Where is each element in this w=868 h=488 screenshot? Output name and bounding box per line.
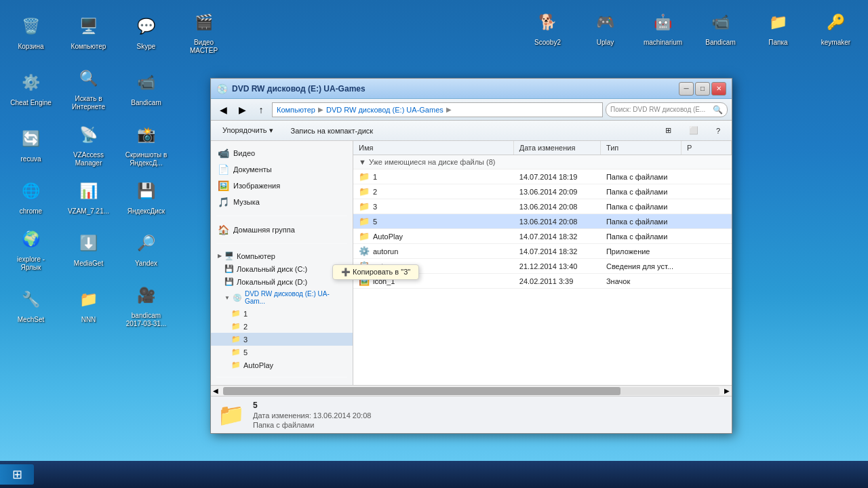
view-button[interactable]: ⊞ [659, 124, 677, 137]
file-row-3[interactable]: 📁3 13.06.2014 20:08 Папка с файлами [353, 199, 732, 214]
sidebar-item-documents[interactable]: 📄 Документы [211, 161, 353, 178]
desktop-icon-kompyuter[interactable]: 🖥️ Компьютер [63, 5, 114, 58]
homegroup-icon: 🏠 [218, 224, 229, 235]
desktop-icon-search[interactable]: 🔍 Искать в Интернете [63, 62, 114, 115]
desktop-icon-vzam[interactable]: 📊 VZAM_7.21... [63, 174, 114, 219]
desktop-icon-recuva[interactable]: 🔄 recuva [5, 118, 56, 171]
preview-button[interactable]: ⬜ [683, 124, 705, 137]
papka-icon: 📁 [765, 9, 792, 36]
desktop-icon-yandex[interactable]: 🔎 Yandex [121, 222, 172, 275]
col-header-name[interactable]: Имя [353, 141, 514, 155]
sidebar-item-homegroup[interactable]: 🏠 Домашняя группа [211, 222, 353, 238]
desktop-icon-skrinshooty[interactable]: 📸 Скриншоты в ЯндексД... [121, 118, 172, 171]
group-arrow: ▼ [359, 158, 366, 166]
home-group-section: 🏠 Домашняя группа [211, 218, 353, 242]
breadcrumb-dvd[interactable]: DVD RW дисковод (E:) UA-Games [326, 106, 443, 114]
desktop-icon-nnn[interactable]: 📁 NNN [63, 279, 114, 331]
sidebar-item-images[interactable]: 🖼️ Изображения [211, 178, 353, 194]
desktop-icon-video-master[interactable]: 🎬 Видео МАСТЕР [178, 5, 229, 58]
col-header-type[interactable]: Тип [601, 141, 682, 155]
sidebar-drive-e[interactable]: ▼ 💿 DVD RW дисковод (E:) UA-Gam... [211, 288, 353, 307]
help-button[interactable]: ? [710, 125, 726, 137]
desktop: 🗑️ Корзина 🖥️ Компьютер 💬 Skype 🎬 Видео … [0, 0, 868, 488]
autorun-app-icon: ⚙️ [359, 246, 370, 256]
sidebar-folder-5[interactable]: 📁 5 [211, 346, 353, 359]
sidebar-item-music[interactable]: 🎵 Музыка [211, 194, 353, 210]
h-scrollbar[interactable] [223, 387, 719, 395]
file-row-2[interactable]: 📁2 13.06.2014 20:09 Папка с файлами [353, 184, 732, 199]
file-row-1[interactable]: 📁1 14.07.2014 18:19 Папка с файлами [353, 169, 732, 184]
col-header-size[interactable]: Р [682, 141, 732, 155]
toolbar: Упорядочить ▾ Запись на компакт-диск ⊞ ⬜… [211, 121, 732, 141]
desktop-icon-vzaccess[interactable]: 📡 VZAccess Manager [63, 118, 114, 171]
desktop-icon-papka[interactable]: 📁 Папка [753, 5, 804, 50]
desktop-icon-iexplore[interactable]: 🌍 iexplore - Ярлык [5, 222, 56, 275]
sidebar-folder-2[interactable]: 📁 2 [211, 320, 353, 333]
sidebar-folder-1[interactable]: 📁 1 [211, 307, 353, 320]
folder-2-icon: 📁 [231, 322, 241, 331]
desktop-icon-mediaget[interactable]: ⬇️ MediaGet [63, 222, 114, 275]
forward-button[interactable]: ▶ [234, 102, 250, 117]
vzam-icon: 📊 [75, 178, 102, 205]
copy-tooltip-label: ➕ Копировать в "3" [341, 268, 410, 277]
chrome-label: chrome [20, 207, 42, 216]
up-button[interactable]: ↑ [253, 102, 269, 117]
breadcrumb-bar[interactable]: Компьютер ▶ DVD RW дисковод (E:) UA-Game… [272, 102, 603, 117]
scroll-right-btn[interactable]: ▶ [722, 387, 732, 394]
burn-button[interactable]: Запись на компакт-диск [285, 125, 380, 137]
sidebar-drive-c[interactable]: 💾 Локальный диск (C:) [211, 262, 353, 275]
title-bar: 💿 DVD RW дисковод (E:) UA-Games ─ □ ✕ [211, 79, 732, 99]
desktop-icon-korzina[interactable]: 🗑️ Корзина [5, 5, 56, 58]
bandicam2-icon: 📹 [133, 69, 160, 96]
minimize-button[interactable]: ─ [679, 82, 694, 96]
desktop-icon-bandicam2[interactable]: 📹 Bandicam [121, 62, 172, 115]
scroll-left-btn[interactable]: ◀ [211, 387, 220, 394]
video-master-label: Видео МАСТЕР [182, 39, 226, 55]
start-button[interactable]: ⊞ [0, 464, 34, 485]
desktop-icon-scooby2[interactable]: 🐕 Scooby2 [522, 5, 573, 50]
file-row-autoplay[interactable]: 📁AutoPlay 14.07.2014 18:32 Папка с файла… [353, 229, 732, 244]
desktop-icon-chrome[interactable]: 🌐 chrome [5, 174, 56, 219]
col-header-date[interactable]: Дата изменения [514, 141, 601, 155]
sidebar-folder-3[interactable]: 📁 3 [211, 333, 353, 346]
search-placeholder: Поиск: DVD RW дисковод (E... [610, 106, 713, 113]
search-icon[interactable]: 🔍 [713, 105, 723, 115]
iexplore-icon: 🌍 [18, 226, 45, 253]
copy-tooltip[interactable]: ➕ Копировать в "3" [332, 264, 419, 280]
desktop-icon-yandexdisk[interactable]: 💾 ЯндексДиск [121, 174, 172, 219]
back-button[interactable]: ◀ [215, 102, 231, 117]
sidebar-folder-autoplay[interactable]: 📁 AutoPlay [211, 359, 353, 371]
maximize-button[interactable]: □ [695, 82, 710, 96]
status-info: 5 Дата изменения: 13.06.2014 20:08 Папка… [253, 401, 371, 429]
close-button[interactable]: ✕ [711, 82, 726, 96]
cheat-engine-label: Cheat Engine [10, 99, 52, 107]
video-icon: 📹 [218, 148, 229, 159]
computer-icon: 🖥️ [224, 251, 234, 260]
desktop-icon-skype[interactable]: 💬 Skype [121, 5, 172, 58]
sidebar-computer[interactable]: ▶ 🖥️ Компьютер [211, 249, 353, 262]
desktop-icon-uplay[interactable]: 🎮 Uplay [580, 5, 631, 50]
desktop-icon-bandicam-top[interactable]: 📹 Bandicam [695, 5, 746, 50]
desktop-icon-bandicam3[interactable]: 🎥 bandicam 2017-03-31... [121, 279, 172, 331]
sidebar: 📹 Видео 📄 Документы 🖼️ Изображения 🎵 Муз… [211, 141, 353, 385]
uplay-icon: 🎮 [592, 9, 619, 36]
breadcrumb-kompyuter[interactable]: Компьютер [277, 106, 315, 114]
sidebar-sep1 [216, 216, 347, 216]
kompyuter-icon: 🖥️ [75, 13, 102, 40]
breadcrumb-sep1: ▶ [318, 106, 323, 113]
desktop-icon-mechset[interactable]: 🔧 MechSet [5, 279, 56, 331]
sidebar-drive-d[interactable]: 💾 Локальный диск (D:) [211, 275, 353, 288]
file-row-5[interactable]: 📁5 13.06.2014 20:08 Папка с файлами [353, 214, 732, 229]
file-row-autorun-app[interactable]: ⚙️autorun 14.07.2014 18:32 Приложение [353, 244, 732, 259]
yandex-icon: 🔎 [133, 230, 160, 257]
sidebar-item-video[interactable]: 📹 Видео [211, 145, 353, 161]
organize-button[interactable]: Упорядочить ▾ [216, 124, 279, 137]
vzaccess-icon: 📡 [75, 121, 102, 148]
title-bar-left: 💿 DVD RW дисковод (E:) UA-Games [216, 83, 366, 94]
desktop-icon-keymaker[interactable]: 🔑 keymaker [810, 5, 861, 50]
keymaker-label: keymaker [821, 39, 850, 47]
search-bar[interactable]: Поиск: DVD RW дисковод (E... 🔍 [606, 102, 728, 117]
status-meta2: Папка с файлами [253, 421, 371, 429]
desktop-icon-cheat-engine[interactable]: ⚙️ Cheat Engine [5, 62, 56, 115]
desktop-icon-machinarium[interactable]: 🤖 machinarium [637, 5, 688, 50]
